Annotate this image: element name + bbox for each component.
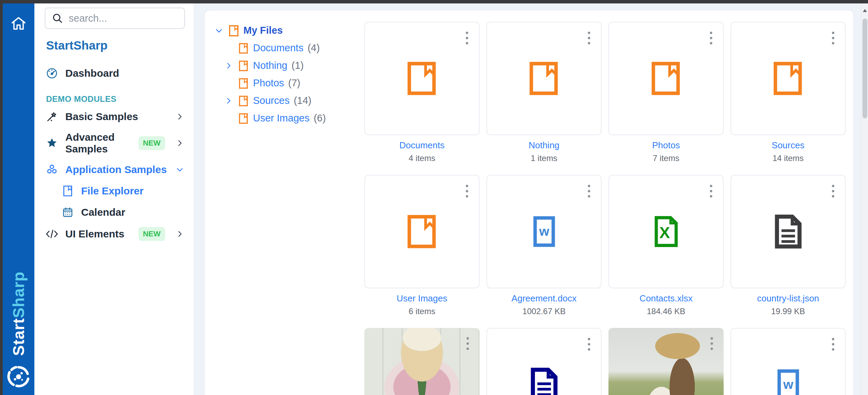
file-card-documents[interactable]: Documents 4 items <box>364 22 480 163</box>
sidebar-item-basic-samples[interactable]: Basic Samples <box>45 106 185 127</box>
chevron-right-icon <box>175 139 184 148</box>
file-name-link[interactable]: Documents <box>364 140 480 151</box>
folder-icon <box>238 42 249 54</box>
file-meta: 184.46 KB <box>608 307 724 316</box>
file-card-photos[interactable]: Photos 7 items <box>608 22 724 163</box>
folder-tree: My Files Documents (4) <box>214 22 364 395</box>
tree-node-label[interactable]: My Files <box>243 25 283 36</box>
folder-icon <box>406 214 438 249</box>
card-label: Photos 7 items <box>608 140 724 163</box>
sidebar-item-label: UI Elements <box>65 228 132 240</box>
chevron-down-icon <box>175 165 184 174</box>
folder-icon <box>238 60 249 72</box>
photo-thumbnail[interactable] <box>364 328 480 395</box>
more-vertical-icon[interactable] <box>827 334 839 354</box>
file-name-link[interactable]: Contacts.xlsx <box>608 293 724 304</box>
home-button[interactable] <box>8 12 30 34</box>
search-icon <box>52 12 63 24</box>
tree-node-label[interactable]: Nothing <box>253 60 287 71</box>
card-body <box>730 22 846 135</box>
more-vertical-icon[interactable] <box>827 28 839 48</box>
tree-node-photos[interactable]: Photos (7) <box>214 74 364 92</box>
file-card-agreement-docx[interactable]: w Agreement.docx 1002.67 KB <box>486 175 602 316</box>
card-body: w <box>486 175 602 288</box>
sidebar-item-advanced-samples[interactable]: Advanced Samples NEW <box>45 127 185 159</box>
home-icon <box>10 14 28 32</box>
section-label-demo-modules: DEMO MODULES <box>46 94 185 104</box>
chevron-spacer <box>223 78 234 88</box>
chevron-right-icon[interactable] <box>223 96 234 106</box>
file-card-country-list-json[interactable]: country-list.json 19.99 KB <box>730 175 846 316</box>
more-vertical-icon[interactable] <box>583 334 595 354</box>
file-name-link[interactable]: Nothing <box>486 140 602 151</box>
file-meta: 1002.67 KB <box>486 307 602 316</box>
folder-icon <box>650 61 682 96</box>
file-name-link[interactable]: Photos <box>608 140 724 151</box>
sidebar-item-label: Dashboard <box>65 67 184 79</box>
sidebar-item-file-explorer[interactable]: File Explorer <box>45 180 185 202</box>
file-name-link[interactable]: country-list.json <box>730 293 846 304</box>
file-meta: 14 items <box>730 153 846 163</box>
scrollbar-thumb[interactable] <box>862 19 867 118</box>
more-vertical-icon[interactable] <box>462 333 473 353</box>
sidebar-brand-title[interactable]: StartSharp <box>46 39 185 52</box>
file-name-link[interactable]: User Images <box>364 293 480 304</box>
sidebar: StartSharp Dashboard DEMO MODULES <box>34 3 194 395</box>
scroll-up-arrow[interactable] <box>863 9 867 12</box>
sidebar-item-calendar[interactable]: Calendar <box>45 202 185 223</box>
sidebar-item-ui-elements[interactable]: UI Elements NEW <box>45 223 185 245</box>
rail-bottom: StartSharp <box>7 271 31 395</box>
more-vertical-icon[interactable] <box>827 181 839 201</box>
file-card-word-file[interactable]: w <box>730 328 846 395</box>
sidebar-item-dashboard[interactable]: Dashboard <box>45 63 185 84</box>
tree-node-label[interactable]: User Images <box>253 113 309 124</box>
text-file-icon <box>530 366 559 395</box>
chevron-down-icon[interactable] <box>214 25 224 36</box>
file-card-text-file[interactable] <box>486 328 602 395</box>
tree-node-my-files[interactable]: My Files <box>214 22 364 39</box>
code-icon <box>45 227 58 241</box>
new-badge: NEW <box>139 136 165 150</box>
more-vertical-icon[interactable] <box>706 333 717 353</box>
magic-wand-icon <box>45 110 58 123</box>
sidebar-nav: Dashboard DEMO MODULES Basic Samples <box>45 63 185 245</box>
sidebar-item-label: File Explorer <box>81 185 184 197</box>
tree-node-documents[interactable]: Documents (4) <box>214 39 364 57</box>
tree-node-user-images[interactable]: User Images (6) <box>214 109 364 127</box>
more-vertical-icon[interactable] <box>461 181 473 201</box>
tree-node-sources[interactable]: Sources (14) <box>214 92 364 109</box>
more-vertical-icon[interactable] <box>461 28 473 48</box>
tree-node-label[interactable]: Documents <box>253 42 304 54</box>
tree-node-label[interactable]: Photos <box>253 77 284 89</box>
folder-icon <box>406 61 438 96</box>
photo-thumbnail[interactable] <box>608 328 724 395</box>
vertical-scrollbar[interactable] <box>861 3 868 395</box>
file-name-link[interactable]: Sources <box>730 140 846 151</box>
sidebar-item-application-samples[interactable]: Application Samples <box>45 159 185 180</box>
more-vertical-icon[interactable] <box>583 181 595 201</box>
brand-sharp: Sharp <box>10 271 28 318</box>
vertical-brand: StartSharp <box>11 271 26 356</box>
more-vertical-icon[interactable] <box>705 181 717 201</box>
file-card-photo-2[interactable] <box>608 328 724 395</box>
card-body <box>608 22 724 135</box>
tree-node-count: (6) <box>314 113 326 124</box>
file-card-user-images[interactable]: User Images 6 items <box>364 175 480 316</box>
chevron-right-icon[interactable] <box>223 61 234 71</box>
more-vertical-icon[interactable] <box>705 28 717 48</box>
file-name-link[interactable]: Agreement.docx <box>486 293 602 304</box>
tree-node-label[interactable]: Sources <box>253 95 289 106</box>
tree-node-nothing[interactable]: Nothing (1) <box>214 57 364 74</box>
file-explorer-panel: My Files Documents (4) <box>205 10 854 395</box>
file-card-nothing[interactable]: Nothing 1 items <box>486 22 602 163</box>
file-card-photo-1[interactable] <box>364 328 480 395</box>
search-input[interactable] <box>69 13 198 24</box>
more-vertical-icon[interactable] <box>583 28 595 48</box>
file-card-sources[interactable]: Sources 14 items <box>730 22 846 163</box>
file-meta: 6 items <box>364 307 480 316</box>
file-card-contacts-xlsx[interactable]: X Contacts.xlsx 184.46 KB <box>608 175 724 316</box>
card-label: Agreement.docx 1002.67 KB <box>486 293 602 316</box>
file-meta: 19.99 KB <box>730 307 846 316</box>
json-file-icon <box>774 213 803 250</box>
folder-icon <box>61 184 74 198</box>
